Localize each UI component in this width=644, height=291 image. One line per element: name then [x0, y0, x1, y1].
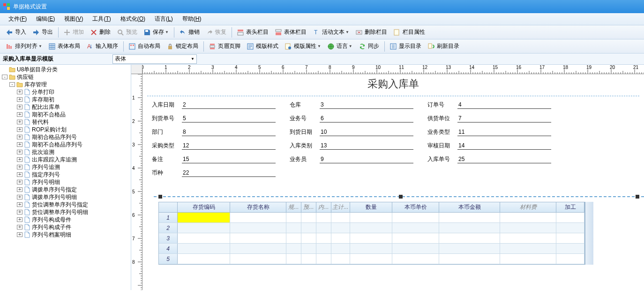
grid-cell[interactable]	[286, 244, 301, 253]
grid-header-cell[interactable]	[159, 202, 178, 212]
grid-header-cell[interactable]: 规...	[286, 202, 301, 212]
undo-button[interactable]: 撤销	[176, 27, 202, 38]
grid-cell[interactable]	[350, 213, 392, 222]
tree-item-1[interactable]: +库存期初	[0, 96, 131, 103]
form-field[interactable]: 备注15	[152, 155, 276, 163]
grid-cell[interactable]	[286, 254, 301, 264]
resize-handle[interactable]	[399, 195, 403, 199]
form-field[interactable]: 业务员9	[290, 155, 413, 163]
grid-cell[interactable]	[230, 223, 286, 233]
grid-cell[interactable]	[350, 223, 392, 233]
tree-item-18[interactable]: +序列号构成子件	[0, 223, 131, 231]
resize-handle[interactable]	[158, 195, 162, 199]
grid-cell[interactable]	[286, 223, 301, 233]
tree-item-6[interactable]: +期初合格品序列号	[0, 133, 131, 141]
field-value[interactable]: 5	[182, 115, 276, 123]
grid-cell[interactable]	[178, 213, 230, 222]
grid-cell[interactable]	[301, 223, 316, 233]
grid-cell[interactable]	[178, 254, 230, 264]
form-field[interactable]: 业务号6	[290, 115, 413, 123]
grid-cell[interactable]	[286, 213, 301, 222]
grid-row[interactable]: 2	[159, 223, 584, 233]
grid-cell[interactable]	[331, 223, 350, 233]
grid-cell[interactable]	[350, 244, 392, 253]
grid-cell[interactable]	[439, 223, 500, 233]
tree-item-15[interactable]: +货位调整单序列号指定	[0, 201, 131, 208]
grid-cell[interactable]	[230, 233, 286, 243]
grid-cell[interactable]	[439, 233, 500, 243]
expand-icon[interactable]: -	[9, 82, 15, 87]
menu-o[interactable]: 格式化(O)	[116, 14, 150, 24]
grid-cell[interactable]	[439, 244, 500, 253]
grid-cell[interactable]	[556, 244, 584, 253]
grid-header-cell[interactable]: 本币单价	[392, 202, 439, 212]
field-value[interactable]: 22	[182, 169, 276, 177]
form-field[interactable]: 供货单位7	[427, 115, 551, 123]
lock-layout-button[interactable]: 锁定布局	[164, 41, 201, 52]
field-value[interactable]: 12	[182, 142, 276, 150]
grid-row[interactable]: 3	[159, 233, 584, 244]
form-field[interactable]: 入库日期2	[152, 101, 276, 109]
grid-cell[interactable]	[316, 244, 331, 253]
grid-cell[interactable]	[439, 213, 500, 222]
tree-item-19[interactable]: +序列号档案明细	[0, 231, 131, 238]
tree-item-11[interactable]: +指定序列号	[0, 171, 131, 178]
menu-f[interactable]: 文件(F)	[4, 14, 31, 24]
field-value[interactable]: 2	[182, 101, 276, 109]
import-button[interactable]: 导入	[3, 27, 29, 38]
expand-icon[interactable]: +	[17, 225, 22, 230]
form-field[interactable]: 采购类型12	[152, 142, 276, 150]
grid-cell[interactable]	[392, 244, 439, 253]
grid-cell[interactable]	[392, 233, 439, 243]
tree-root[interactable]: U8单据目录分类	[0, 66, 131, 73]
grid-cell[interactable]	[286, 233, 301, 243]
grid-header-cell[interactable]: 主计...	[331, 202, 350, 212]
field-value[interactable]: 15	[182, 156, 276, 163]
header-field-button[interactable]: 表头栏目	[234, 27, 271, 38]
tree-supply-chain[interactable]: -供应链	[0, 73, 131, 81]
grid-cell[interactable]	[301, 254, 316, 264]
grid-cell[interactable]	[178, 233, 230, 243]
save-button[interactable]: 保存▼	[141, 27, 172, 38]
expand-icon[interactable]: +	[17, 97, 22, 102]
form-field[interactable]: 仓库3	[290, 101, 413, 109]
template-prop-button[interactable]: 模版属性▼	[282, 41, 324, 52]
field-value[interactable]: 14	[457, 142, 551, 150]
grid-header-cell[interactable]: 本币金额	[439, 202, 500, 212]
grid-cell[interactable]	[392, 254, 439, 264]
grid-cell[interactable]	[316, 213, 331, 222]
delete-field-button[interactable]: 删除栏目	[352, 27, 390, 38]
expand-icon[interactable]: +	[17, 142, 22, 147]
expand-icon[interactable]: +	[17, 210, 22, 214]
add-button[interactable]: 增加	[60, 27, 87, 38]
align-button[interactable]: 排列对齐▼	[3, 41, 45, 52]
auto-layout-button[interactable]: 自动布局	[126, 41, 163, 52]
form-field[interactable]: 订单号4	[427, 101, 551, 109]
menu-e[interactable]: 编辑(E)	[31, 14, 60, 24]
field-value[interactable]: 6	[320, 115, 413, 123]
expand-icon[interactable]: +	[17, 150, 22, 154]
field-value[interactable]: 3	[320, 101, 413, 109]
form-field[interactable]: 到货日期10	[290, 128, 413, 136]
form-field[interactable]: 业务类型11	[427, 128, 551, 136]
tree-item-2[interactable]: +配比出库单	[0, 103, 131, 111]
grid-cell[interactable]	[331, 233, 350, 243]
tree-item-12[interactable]: +序列号明细	[0, 178, 131, 186]
tree-item-3[interactable]: +期初不合格品	[0, 111, 131, 118]
form-field[interactable]: 入库单号25	[427, 155, 551, 163]
field-value[interactable]: 13	[320, 142, 413, 150]
tree-item-14[interactable]: +调拨单序列号明细	[0, 193, 131, 201]
grid-cell[interactable]	[556, 213, 584, 222]
expand-icon[interactable]: +	[17, 112, 22, 117]
form-canvas[interactable]: 采购入库单 入库日期2仓库3订单号4到货单号5业务号6供货单位7部门8到货日期1…	[142, 74, 644, 290]
grid-cell[interactable]	[392, 223, 439, 233]
grid-table[interactable]: 存货编码存货名称规...预...内...主计...数量本币单价本币金额材料费加工…	[158, 202, 585, 265]
grid-cell[interactable]	[350, 233, 392, 243]
export-button[interactable]: 导出	[30, 27, 56, 38]
grid-row[interactable]: 5	[159, 254, 584, 264]
language-button[interactable]: 语言▼	[324, 41, 355, 52]
form-field[interactable]: 部门8	[152, 128, 276, 136]
grid-header-cell[interactable]: 预...	[301, 202, 316, 212]
template-style-button[interactable]: 模版样式	[244, 41, 281, 52]
tree-item-4[interactable]: +替代料	[0, 118, 131, 126]
